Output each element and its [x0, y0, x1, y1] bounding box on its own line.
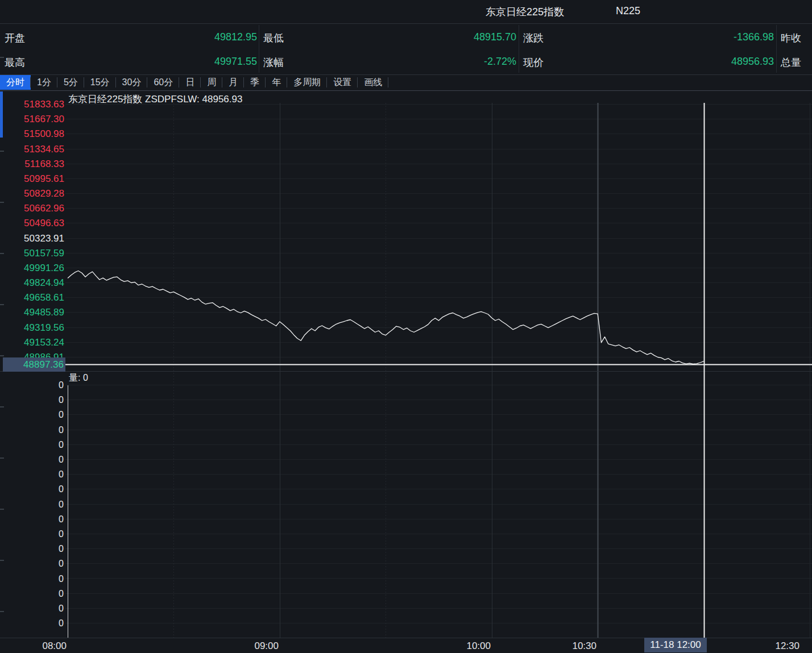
tab-5分[interactable]: 5分 [57, 75, 84, 90]
volume-axis-label: 0 [59, 618, 64, 628]
index-code: N225 [616, 5, 640, 17]
trading-app-window: 东京日经225指数 N225 开盘49812.95最低48915.70涨跌-13… [0, 0, 812, 653]
volume-axis-label: 0 [59, 544, 64, 554]
volume-axis-label: 0 [59, 455, 64, 464]
volume-axis-label: 0 [59, 380, 64, 390]
tab-周[interactable]: 周 [201, 75, 222, 90]
left-edge-tick [0, 57, 4, 58]
price-axis-label: 51168.33 [24, 159, 64, 169]
price-axis-label: 50995.61 [24, 173, 64, 184]
period-tab-bar: 分时1分5分15分30分60分日周月季年多周期设置画线 [0, 74, 812, 91]
tab-1分[interactable]: 1分 [31, 75, 57, 90]
price-axis-label: 49485.89 [24, 307, 64, 318]
price-axis-label: 50496.63 [24, 218, 64, 228]
tab-日[interactable]: 日 [179, 75, 201, 90]
tab-设置[interactable]: 设置 [327, 75, 358, 90]
left-edge-tick [0, 611, 4, 612]
volume-axis-label: 0 [59, 410, 64, 419]
chart-area[interactable]: 51833.6351667.3051500.9851334.6551168.33… [0, 91, 812, 653]
left-edge-tick [0, 509, 4, 510]
time-axis-label: 10:30 [572, 640, 596, 651]
tab-年[interactable]: 年 [266, 75, 287, 90]
quote-grid: 开盘49812.95最低48915.70涨跌-1366.98昨收最高49971.… [0, 23, 812, 75]
quote-grid-divider [519, 25, 519, 73]
volume-label: 量: 0 [69, 372, 88, 384]
volume-axis-label: 0 [59, 440, 64, 450]
quote-value: 48956.93 [731, 56, 774, 68]
tab-60分[interactable]: 60分 [147, 75, 179, 90]
quote-value: -1366.98 [734, 31, 774, 43]
tab-30分[interactable]: 30分 [116, 75, 148, 90]
index-title: 东京日经225指数 [486, 5, 564, 19]
volume-axis-label: 0 [59, 395, 64, 405]
left-edge-tick [0, 355, 4, 356]
left-edge-tick [0, 457, 4, 459]
crosshair-price-label: 48897.36 [3, 357, 65, 372]
chart-legend: 东京日经225指数 ZSDPFSLW: 48956.93 [68, 93, 242, 106]
volume-axis-label: 0 [59, 484, 64, 494]
time-axis-label: 08:00 [42, 640, 67, 651]
quote-grid-divider [776, 25, 777, 73]
left-edge-tick [0, 253, 4, 254]
price-axis-label: 49319.56 [24, 322, 64, 333]
volume-axis-label: 0 [59, 469, 64, 479]
quote-value: -2.72% [484, 56, 516, 68]
tab-15分[interactable]: 15分 [84, 75, 116, 90]
volume-axis-label: 0 [59, 559, 64, 568]
title-bar: 东京日经225指数 N225 [0, 0, 812, 23]
left-edge-tick [0, 202, 4, 203]
quote-label: 开盘 [5, 31, 25, 45]
tab-画线[interactable]: 画线 [358, 75, 388, 90]
price-axis-label: 49153.24 [24, 337, 64, 348]
intraday-chart-canvas[interactable]: 51833.6351667.3051500.9851334.6551168.33… [0, 91, 812, 653]
price-axis-label: 50662.96 [24, 203, 64, 214]
left-edge-tick [0, 560, 4, 561]
price-axis-label: 51833.63 [24, 99, 64, 110]
quote-value: 49812.95 [214, 31, 257, 43]
price-axis-label: 51500.98 [24, 128, 64, 139]
quote-label: 最低 [263, 31, 284, 45]
quote-label: 总量 [781, 56, 801, 69]
tab-分时[interactable]: 分时 [0, 75, 31, 90]
volume-axis-label: 0 [59, 529, 64, 539]
price-axis-label: 49824.94 [24, 277, 64, 288]
left-edge-tick [0, 304, 4, 305]
left-edge-tick [0, 406, 4, 407]
volume-axis-label: 0 [59, 425, 64, 435]
crosshair-time-label: 11-18 12:00 [644, 638, 707, 652]
price-axis-label: 51667.30 [24, 114, 64, 124]
price-axis-label: 50323.91 [24, 233, 64, 244]
time-axis-label: 12:30 [775, 640, 799, 651]
volume-axis-label: 0 [59, 604, 64, 613]
price-axis-label: 50829.28 [24, 188, 64, 199]
price-axis-label: 51334.65 [24, 144, 64, 155]
tab-月[interactable]: 月 [222, 75, 244, 90]
volume-axis-label: 0 [59, 500, 64, 509]
left-edge-tick [0, 151, 4, 152]
tab-季[interactable]: 季 [244, 75, 266, 90]
quote-grid-divider [259, 25, 259, 73]
quote-label: 涨幅 [263, 56, 284, 69]
quote-label: 涨跌 [523, 31, 544, 45]
price-axis-label: 50157.59 [24, 248, 64, 259]
price-axis-label: 49991.26 [24, 263, 64, 273]
quote-value: 49971.55 [214, 56, 257, 68]
time-axis-label: 09:00 [254, 640, 279, 651]
volume-axis-label: 0 [59, 589, 64, 598]
price-axis-label: 49658.61 [24, 292, 64, 303]
volume-axis-label: 0 [59, 574, 64, 584]
time-axis-label: 10:00 [466, 640, 491, 651]
quote-label: 昨收 [781, 31, 801, 45]
quote-label: 最高 [5, 56, 25, 69]
quote-value: 48915.70 [474, 31, 516, 43]
quote-label: 现价 [523, 56, 544, 69]
volume-axis-label: 0 [59, 514, 64, 524]
tab-多周期[interactable]: 多周期 [287, 75, 327, 90]
